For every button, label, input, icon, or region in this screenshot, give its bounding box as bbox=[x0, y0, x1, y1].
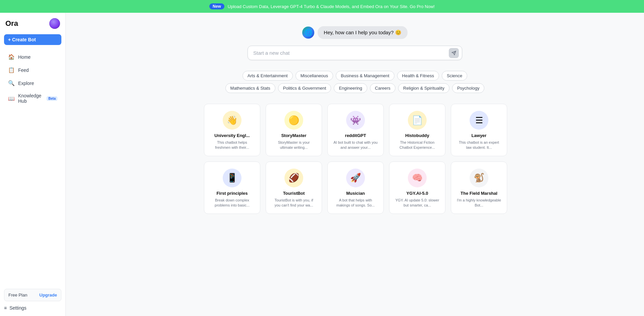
sidebar-header: Ora bbox=[0, 18, 65, 34]
bot-desc-storymaster: StoryMaster is your ultimate writing... bbox=[271, 140, 316, 150]
bot-name-university-english: University Engl... bbox=[214, 133, 250, 138]
category-tag-engineering[interactable]: Engineering bbox=[334, 83, 367, 93]
bot-desc-touristbot: TouristBot is with you, if you can't fin… bbox=[271, 198, 316, 208]
bot-desc-musician: A bot that helps with makings of songs. … bbox=[333, 198, 378, 208]
bot-icon-touristbot: 🏈 bbox=[284, 169, 303, 187]
search-send-button[interactable] bbox=[449, 48, 459, 58]
search-input[interactable] bbox=[248, 46, 462, 60]
bot-card-redditgpt[interactable]: 👾 redditGPT AI bot built to chat with yo… bbox=[327, 104, 384, 156]
plan-label: Free Plan bbox=[8, 292, 27, 298]
bot-icon-ygy-ai: 🧠 bbox=[408, 169, 427, 187]
home-icon: 🏠 bbox=[8, 54, 15, 60]
bot-desc-redditgpt: AI bot built to chat with you and answer… bbox=[333, 140, 378, 150]
plan-info: Free Plan Upgrade bbox=[4, 289, 61, 301]
bot-card-field-marshal[interactable]: 🐒 The Field Marshal I'm a highly knowled… bbox=[451, 162, 507, 214]
category-tag-psychology[interactable]: Psychology bbox=[452, 83, 484, 93]
bot-desc-field-marshal: I'm a highly knowledgeable Bot... bbox=[457, 198, 501, 208]
category-tag-business---management[interactable]: Business & Management bbox=[336, 71, 394, 81]
sidebar-item-label-feed: Feed bbox=[18, 67, 29, 73]
bot-card-touristbot[interactable]: 🏈 TouristBot TouristBot is with you, if … bbox=[266, 162, 322, 214]
bot-icon-university-english: 👋 bbox=[223, 111, 241, 130]
bot-name-field-marshal: The Field Marshal bbox=[461, 191, 497, 196]
bot-name-first-principles: First principles bbox=[216, 191, 248, 196]
bot-desc-ygy-ai: YGY. AI update 5.0: slower but smarter, … bbox=[395, 198, 440, 208]
chat-greeting-row: 🌐 Hey, how can I help you today? 😊 bbox=[302, 26, 407, 39]
globe-icon: 🌐 bbox=[302, 27, 314, 39]
bot-icon-histobuddy: 📄 bbox=[408, 111, 427, 130]
banner-badge: New bbox=[209, 3, 224, 9]
sidebar-item-label-home: Home bbox=[18, 54, 31, 60]
sidebar-item-explore[interactable]: 🔍 Explore bbox=[3, 77, 63, 90]
sidebar-footer: Free Plan Upgrade bbox=[0, 285, 65, 301]
category-tag-mathematics---stats[interactable]: Mathematics & Stats bbox=[225, 83, 275, 93]
bot-card-university-english[interactable]: 👋 University Engl... This chatbot helps … bbox=[204, 104, 260, 156]
chat-bubble: Hey, how can I help you today? 😊 bbox=[318, 26, 407, 39]
bot-name-touristbot: TouristBot bbox=[283, 191, 305, 196]
category-tag-politics---government[interactable]: Politics & Government bbox=[278, 83, 331, 93]
category-tag-miscellaneous[interactable]: Miscellaneous bbox=[296, 71, 333, 81]
avatar-img bbox=[49, 18, 60, 29]
bot-card-musician[interactable]: 🚀 Musician A bot that helps with makings… bbox=[327, 162, 384, 214]
sidebar-item-knowledge-hub[interactable]: 📖 Knowledge Hub Beta bbox=[3, 90, 63, 107]
bot-name-storymaster: StoryMaster bbox=[281, 133, 306, 138]
main-content: 🌐 Hey, how can I help you today? 😊 Arts … bbox=[66, 13, 644, 316]
nav-items: 🏠 Home 📋 Feed 🔍 Explore 📖 Knowledge Hub … bbox=[0, 50, 65, 285]
bot-card-first-principles[interactable]: 📱 First principles Break down complex pr… bbox=[204, 162, 260, 214]
settings-icon: ≡ bbox=[4, 305, 7, 311]
bot-desc-first-principles: Break down complex problems into basic..… bbox=[210, 198, 255, 208]
category-tag-science[interactable]: Science bbox=[442, 71, 467, 81]
bot-card-storymaster[interactable]: 🟡 StoryMaster StoryMaster is your ultima… bbox=[266, 104, 322, 156]
category-tag-arts---entertainment[interactable]: Arts & Entertainment bbox=[243, 71, 293, 81]
category-tag-religion---spirituality[interactable]: Religion & Spirituality bbox=[398, 83, 449, 93]
bot-icon-musician: 🚀 bbox=[346, 169, 365, 187]
bot-name-redditgpt: redditGPT bbox=[345, 133, 366, 138]
bot-icon-field-marshal: 🐒 bbox=[470, 169, 488, 187]
category-tags: Arts & EntertainmentMiscellaneousBusines… bbox=[217, 71, 492, 93]
bot-icon-lawyer: ☰ bbox=[470, 111, 488, 130]
sidebar-item-home[interactable]: 🏠 Home bbox=[3, 50, 63, 63]
bot-card-ygy-ai[interactable]: 🧠 YGY.AI-5.0 YGY. AI update 5.0: slower … bbox=[389, 162, 445, 214]
bot-name-lawyer: Lawyer bbox=[472, 133, 487, 138]
bot-card-histobuddy[interactable]: 📄 Histobuddy The Historical Fiction Chat… bbox=[389, 104, 445, 156]
knowledge-hub-icon: 📖 bbox=[8, 95, 15, 102]
sidebar-item-feed[interactable]: 📋 Feed bbox=[3, 63, 63, 77]
bot-icon-redditgpt: 👾 bbox=[346, 111, 365, 130]
top-banner: New Upload Custom Data, Leverage GPT-4 T… bbox=[0, 0, 644, 13]
bot-desc-histobuddy: The Historical Fiction Chatbot Experienc… bbox=[395, 140, 440, 150]
search-bar-wrap bbox=[248, 46, 462, 60]
settings-item[interactable]: ≡ Settings bbox=[0, 301, 65, 311]
banner-text: Upload Custom Data, Leverage GPT-4 Turbo… bbox=[228, 4, 435, 9]
bot-icon-first-principles: 📱 bbox=[223, 169, 241, 187]
sidebar-item-label-explore: Explore bbox=[18, 81, 34, 86]
sidebar: Ora + Create Bot 🏠 Home 📋 Feed 🔍 Explore… bbox=[0, 13, 66, 316]
category-tag-careers[interactable]: Careers bbox=[370, 83, 395, 93]
feed-icon: 📋 bbox=[8, 67, 15, 73]
category-tag-health---fitness[interactable]: Health & Fitness bbox=[397, 71, 439, 81]
sidebar-item-label-knowledge-hub: Knowledge Hub bbox=[18, 93, 42, 104]
explore-icon: 🔍 bbox=[8, 80, 15, 86]
upgrade-link[interactable]: Upgrade bbox=[39, 292, 57, 298]
create-bot-button[interactable]: + Create Bot bbox=[4, 34, 61, 45]
avatar[interactable] bbox=[49, 18, 60, 29]
settings-label: Settings bbox=[9, 305, 26, 311]
bot-name-ygy-ai: YGY.AI-5.0 bbox=[406, 191, 428, 196]
bot-desc-university-english: This chatbot helps freshmen with their..… bbox=[210, 140, 255, 150]
bot-grid: 👋 University Engl... This chatbot helps … bbox=[204, 104, 506, 214]
bot-name-musician: Musician bbox=[346, 191, 365, 196]
nav-badge-knowledge-hub: Beta bbox=[47, 96, 57, 101]
app-logo: Ora bbox=[5, 19, 18, 28]
bot-desc-lawyer: This chatbot is an expert law student. I… bbox=[457, 140, 501, 150]
bot-card-lawyer[interactable]: ☰ Lawyer This chatbot is an expert law s… bbox=[451, 104, 507, 156]
bot-icon-storymaster: 🟡 bbox=[284, 111, 303, 130]
bot-name-histobuddy: Histobuddy bbox=[405, 133, 429, 138]
